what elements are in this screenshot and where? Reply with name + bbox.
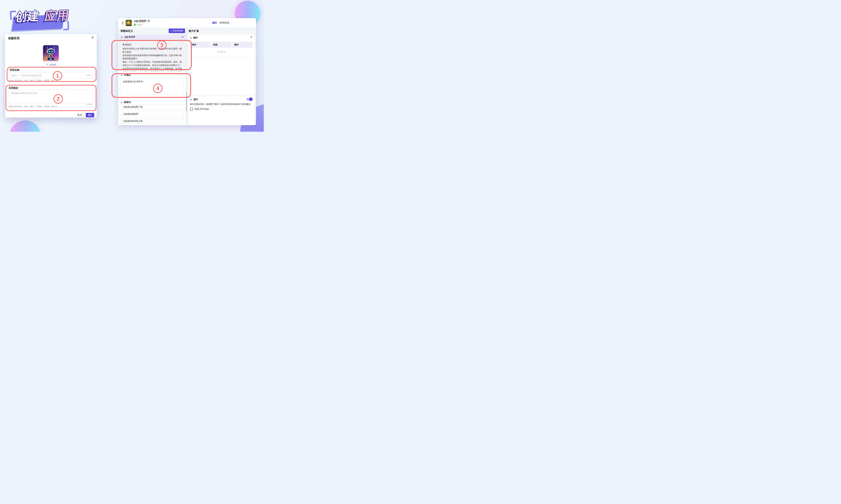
followup-card: 追问 每次完成任务后，根据用户最后一轮对话内容自动提供3个提问建议 自定义Pro… <box>188 96 255 125</box>
page: 创建 应用 创建应用 × <box>0 0 264 132</box>
app-desc-field <box>9 90 93 103</box>
capability-heading: 能力扩展 <box>189 30 199 33</box>
toggle-knob <box>249 97 253 101</box>
role-instructions-title: 角色指令 <box>122 43 132 46</box>
banner-word-create: 创建 <box>15 10 40 23</box>
app-name-label-row: *应用名称 <box>9 69 19 72</box>
banner-word-app: 应用 <box>44 9 70 22</box>
ai-generate-button[interactable]: AI生成 <box>43 62 58 67</box>
followup-section-header[interactable]: 追问 <box>190 98 198 101</box>
ai-generate-label: AI生成 <box>49 63 55 66</box>
app-name-field: 0/50 <box>9 73 93 78</box>
dialog-title: 创建应用 <box>8 36 19 40</box>
tab-publish-history[interactable]: 发布历史 <box>220 21 229 24</box>
question-item-1[interactable]: 主题是AI的前景广阔 <box>121 105 184 109</box>
app-desc-helper: 描述仅支持中文、英文、数字、下划线、中划线、英文点 <box>9 105 57 108</box>
create-app-dialog: 创建应用 × <box>5 34 97 118</box>
agent-card: 小红书写手 角色指令 你的任务是以小红书博主的文章结构，以用户给出的主题写一篇帖… <box>119 34 186 125</box>
publish-status: 已发布 <box>134 23 143 26</box>
col-action: 操作 <box>232 42 253 48</box>
app-avatar-robot <box>43 45 59 61</box>
agent-avatar <box>126 20 132 26</box>
agent-definition-heading: 智能体定义 <box>120 30 133 33</box>
column-scrollbar[interactable] <box>186 28 187 125</box>
followup-description: 每次完成任务后，根据用户最后一轮对话内容自动提供3个提问建议 <box>190 103 254 106</box>
followup-toggle[interactable] <box>246 97 252 101</box>
app-name-input[interactable] <box>9 73 92 78</box>
question-item-3[interactable]: 主题是好听的歌分享 <box>121 119 184 124</box>
collapse-triangle-icon <box>190 37 192 38</box>
app-desc-textarea[interactable] <box>9 90 92 103</box>
add-agent-button[interactable]: + 添加智能体 <box>169 29 185 33</box>
check-icon <box>134 24 136 26</box>
publish-status-label: 已发布 <box>137 23 143 26</box>
scrollbar-thumb[interactable] <box>186 93 187 111</box>
app-desc-counter: 0/2000 <box>86 103 92 106</box>
app-name-counter: 0/50 <box>87 74 90 77</box>
plus-icon: + <box>170 30 172 32</box>
col-plugin: 插件 <box>190 42 210 48</box>
app-name-label: 应用名称 <box>10 69 19 71</box>
back-icon[interactable] <box>122 21 124 25</box>
opening-textbox[interactable]: 欢迎使用小红书写手！ <box>121 78 184 95</box>
edit-pencil-icon[interactable] <box>181 36 184 39</box>
add-plugin-icon[interactable]: + <box>250 35 252 39</box>
agent-collapse-bar[interactable]: 小红书写手 <box>119 34 186 40</box>
role-instructions-block: 角色指令 你的任务是以小红书博主的文章结构，以用户给出的主题写一篇帖子推荐。 你… <box>119 40 186 71</box>
agent-title: 小红书写手 <box>134 20 146 23</box>
opening-title: 开场白 <box>124 74 131 77</box>
app-name-helper: 名称仅支持中文、英文、数字、下划线、中划线、英文点 <box>9 79 57 82</box>
question-item-2[interactable]: 主题是影视推荐 <box>121 111 184 116</box>
custom-prompt-label: 自定义Prompt <box>194 108 209 110</box>
collapse-triangle-icon <box>121 102 122 103</box>
collapse-triangle-icon <box>121 37 122 38</box>
tab-orchestrate[interactable]: 编排 <box>212 21 217 24</box>
questions-section-header[interactable]: 推荐问 <box>121 101 131 104</box>
collapse-triangle-icon <box>121 75 122 76</box>
close-icon[interactable]: × <box>91 35 94 39</box>
cancel-button[interactable]: 取消 <box>75 113 84 117</box>
col-skill: 技能 <box>211 42 231 48</box>
required-asterisk: * <box>9 69 10 71</box>
edit-calendar-icon[interactable] <box>147 20 150 23</box>
opening-section: 开场白 欢迎使用小红书写手！ <box>119 71 186 100</box>
plugins-title: 插件 <box>193 36 198 39</box>
collapse-triangle-icon <box>190 99 192 100</box>
plugins-table-header: 插件 技能 操作 <box>190 42 253 48</box>
custom-prompt-checkbox[interactable] <box>190 108 193 110</box>
editor-body: 智能体定义 + 添加智能体 能力扩展 小红书写手 角色指令 你的任务是以小红书博… <box>118 28 256 125</box>
empty-data-text: 暂无数据 <box>188 51 255 53</box>
followup-title: 追问 <box>193 98 198 101</box>
app-desc-label: 应用描述 <box>9 87 18 90</box>
questions-title: 推荐问 <box>124 101 131 104</box>
plugins-section-header[interactable]: 插件 <box>190 36 198 39</box>
banner-bracket-right-icon <box>63 21 69 31</box>
plugins-card: 插件 + 插件 技能 操作 暂无数据 <box>188 34 255 95</box>
editor-header: 小红书写手 已发布 编排 发 <box>118 18 256 28</box>
opening-text: 欢迎使用小红书写手！ <box>123 80 145 83</box>
agent-editor-panel: 小红书写手 已发布 编排 发 <box>118 18 256 125</box>
agent-bar-name: 小红书写手 <box>124 36 135 39</box>
banner-title-art: 创建 应用 <box>10 8 71 30</box>
add-agent-label: 添加智能体 <box>173 30 183 32</box>
sparkle-icon <box>46 64 48 66</box>
suggested-questions-section: 推荐问 主题是AI的前景广阔 主题是影视推荐 主题是好听的歌分享 <box>119 100 186 125</box>
decor-gradient-ball-bottom-left <box>10 121 41 132</box>
opening-section-header[interactable]: 开场白 <box>121 74 131 77</box>
divider <box>190 57 253 57</box>
confirm-button[interactable]: 确定 <box>86 113 94 117</box>
